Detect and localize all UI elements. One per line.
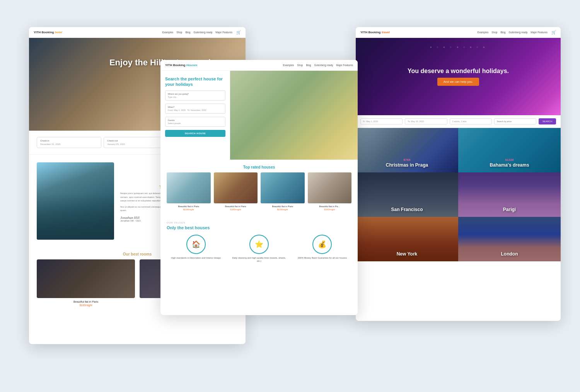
dest-label-praga: Christmas in Praga (386, 162, 428, 168)
nav-t-features[interactable]: Major Features (531, 31, 548, 34)
house-card-4: Beautiful flat in Pa... $100/night (308, 172, 352, 211)
where-value: Type city... (168, 96, 223, 98)
value-item-1: 🏠 High standards in Decoration and Inter… (167, 235, 225, 263)
house-hero-image (230, 71, 358, 160)
guests-h-value: Select people (168, 122, 223, 124)
nav-links-travel: Examples Shop Blog Gutenberg ready Major… (478, 31, 548, 34)
guests-h-field[interactable]: Guests Select people (165, 117, 225, 127)
dest-label-parigi: Parigi (503, 207, 516, 212)
nav-h-examples[interactable]: Examples (283, 64, 294, 66)
houses-grid: Beautiful flat in Paris $100/night Beaut… (160, 172, 358, 217)
values-title: Only the best houses (167, 225, 351, 230)
value-icon-3: 💰 (312, 235, 332, 254)
where-label: Where are you going? (168, 93, 223, 95)
nav-hotel: YITH Booking hotel Examples Shop Blog Gu… (29, 27, 246, 38)
nav-t-shop[interactable]: Shop (491, 31, 497, 34)
travel-date-from[interactable] (360, 118, 403, 124)
nav-t-blog[interactable]: Blog (500, 31, 505, 34)
value-item-3: 💰 100% Money Back Guarantee for all our … (293, 235, 351, 263)
room-name-1: Beautiful flat in Paris (37, 300, 135, 303)
nav-h-gutenberg[interactable]: Gutenberg ready (314, 64, 333, 66)
dest-sf[interactable]: San Francisco (356, 172, 458, 217)
nav-shop[interactable]: Shop (176, 31, 182, 34)
house-img-2 (214, 172, 258, 203)
dest-bahamas[interactable]: $1328 Bahama's dreams (458, 128, 561, 172)
house-hero: Search the perfect house for your holida… (160, 71, 358, 160)
house-card-1: Beautiful flat in Paris $100/night (167, 172, 211, 211)
dest-london[interactable]: London (458, 217, 561, 261)
house-name-4: Beautiful flat in Pa... (308, 205, 352, 208)
nav-travel: YITH Booking travel Examples Shop Blog G… (356, 27, 561, 38)
value-icon-1: 🏠 (186, 235, 206, 254)
house-name-3: Beautiful flat in Paris (261, 205, 305, 208)
dest-praga[interactable]: $765 Christmas in Praga (356, 128, 458, 172)
house-card-3: Beautiful flat in Paris $100/night (261, 172, 305, 211)
nav-links-houses: Examples Shop Blog Gutenberg ready Major… (283, 64, 353, 66)
nav-links-hotel: Examples Shop Blog Gutenberg ready Major… (162, 31, 232, 34)
travel-hero: You deserve a wonderful holidays. And we… (356, 38, 561, 115)
travel-search-bar: SEARCH (356, 115, 561, 128)
value-label-2: Daily cleaning and high-quality linen (t… (230, 256, 288, 263)
nav-t-gutenberg[interactable]: Gutenberg ready (508, 31, 527, 34)
when-from: From: May 1, 2020 (168, 109, 186, 111)
travel-search-button[interactable]: SEARCH (539, 118, 556, 124)
travel-date-to[interactable] (405, 118, 447, 124)
cart-icon[interactable]: 🛒 (236, 30, 241, 34)
house-search-panel: Search the perfect house for your holida… (160, 71, 230, 160)
room-image-1 (37, 259, 135, 298)
where-field[interactable]: Where are you going? Type city... (165, 90, 225, 101)
dest-label-newyork: New York (397, 251, 418, 257)
logo-hotel: YITH Booking hotel (34, 31, 62, 34)
nav-blog[interactable]: Blog (185, 31, 190, 34)
house-search-title: Search the perfect house for your holida… (165, 76, 225, 87)
dest-parigi[interactable]: Parigi (458, 172, 561, 217)
nav-examples[interactable]: Examples (162, 31, 174, 34)
house-price-2: $100/night (214, 208, 258, 211)
top-rated-title: Top rated houses (160, 160, 358, 172)
checkin-field[interactable]: Check-in December 31, 2020 (37, 137, 101, 148)
dest-price-bahamas: $1328 (490, 158, 529, 162)
checkout-field[interactable]: Check-out January 05, 2021 (104, 137, 168, 148)
travel-guests[interactable] (450, 118, 492, 124)
when-label: When? (168, 106, 223, 108)
house-price-4: $100/night (308, 208, 352, 211)
house-name-1: Beautiful flat in Paris (167, 205, 211, 208)
cart-icon-travel[interactable]: 🛒 (551, 30, 556, 34)
logo-houses: YITH Booking Houses (165, 63, 198, 67)
house-img-3 (261, 172, 305, 203)
nav-houses: YITH Booking Houses Examples Shop Blog G… (160, 60, 358, 71)
nav-t-examples[interactable]: Examples (478, 31, 489, 34)
guests-h-label: Guests (168, 119, 223, 121)
nav-gutenberg[interactable]: Gutenberg ready (193, 31, 212, 34)
house-search-button[interactable]: SEARCH HOUSE (165, 130, 225, 137)
dest-label-sf: San Francisco (391, 207, 423, 212)
house-price-3: $100/night (261, 208, 305, 211)
logo-travel: YITH Booking travel (360, 31, 390, 34)
room-price-1: $100/night (37, 304, 135, 307)
checkout-value: January 05, 2021 (107, 143, 165, 145)
travel-price[interactable] (494, 118, 536, 124)
values-subtitle: OUR VALUES (167, 222, 351, 224)
house-img-4 (308, 172, 352, 203)
card-houses: YITH Booking Houses Examples Shop Blog G… (160, 60, 358, 315)
when-field[interactable]: When? From: May 1, 2020 To: November, 20… (165, 104, 225, 114)
travel-hero-title: You deserve a wonderful holidays. (408, 68, 509, 75)
value-icon-2: ⭐ (249, 235, 269, 254)
nav-h-blog[interactable]: Blog (306, 64, 311, 66)
hotel-about-image (37, 162, 114, 240)
values-section: OUR VALUES Only the best houses 🏠 High s… (160, 217, 358, 268)
card-travel: YITH Booking travel Examples Shop Blog G… (356, 27, 561, 321)
nav-features[interactable]: Major Features (215, 31, 232, 34)
checkout-label: Check-out (107, 140, 165, 142)
checkin-label: Check-in (40, 140, 98, 142)
checkin-value: December 31, 2020 (40, 143, 98, 145)
dest-label-london: London (501, 251, 518, 257)
values-grid: 🏠 High standards in Decoration and Inter… (167, 235, 351, 263)
when-to: To: November, 2020 (187, 109, 206, 111)
dest-label-bahamas: Bahama's dreams (490, 162, 529, 168)
nav-h-features[interactable]: Major Features (336, 64, 353, 66)
dest-newyork[interactable]: New York (356, 217, 458, 261)
house-name-2: Beautiful flat in Paris (214, 205, 258, 208)
travel-hero-button[interactable]: And we can help you. (437, 78, 479, 86)
nav-h-shop[interactable]: Shop (297, 64, 303, 66)
